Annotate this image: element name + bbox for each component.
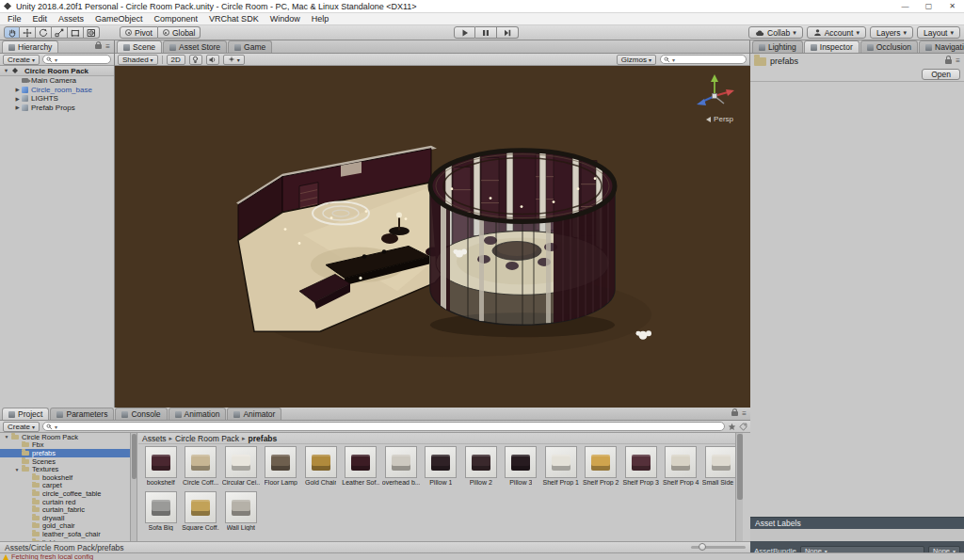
asset-item[interactable]: Pillow 2 xyxy=(461,446,501,491)
asset-item[interactable]: Floor Lamp xyxy=(262,446,301,491)
rect-tool-button[interactable] xyxy=(68,26,84,39)
scene-header-row[interactable]: ▼ Circle Room Pack xyxy=(0,66,114,76)
disclosure-arrow[interactable]: ▼ xyxy=(2,68,10,73)
hierarchy-item[interactable]: Circle_room_base xyxy=(0,86,114,95)
shading-mode-dropdown[interactable]: Shaded xyxy=(118,55,158,65)
menu-item[interactable]: Window xyxy=(265,14,306,24)
open-button[interactable]: Open xyxy=(922,69,960,80)
panel-menu-icon[interactable]: ≡ xyxy=(742,410,747,418)
label-icon[interactable] xyxy=(739,423,747,431)
hierarchy-item[interactable]: Main Camera xyxy=(0,76,114,86)
tree-scrollbar[interactable] xyxy=(131,433,137,541)
asset-item[interactable]: Shelf Prop 4 xyxy=(662,446,701,491)
project-tree-item[interactable]: curtain_fabric xyxy=(0,505,130,514)
project-tree-item[interactable]: bookshelf xyxy=(0,473,130,482)
asset-item[interactable]: Wall Light xyxy=(221,491,261,536)
zoom-slider-knob[interactable] xyxy=(699,543,706,551)
bottom-panel-tab[interactable]: Animation xyxy=(169,408,227,420)
scene-view-tab[interactable]: Asset Store xyxy=(163,40,227,53)
inspector-lock-icon[interactable] xyxy=(945,59,952,64)
global-toggle-button[interactable]: Global xyxy=(158,26,201,39)
scene-audio-toggle[interactable] xyxy=(206,55,219,65)
bottom-panel-tab[interactable]: Animator xyxy=(227,408,281,420)
asset-item[interactable]: bookshelf xyxy=(141,446,181,491)
lock-icon[interactable] xyxy=(95,44,102,49)
favorite-icon[interactable] xyxy=(728,423,736,431)
project-tree-item[interactable]: drywall xyxy=(0,514,130,522)
asset-item[interactable]: Leather Sof... xyxy=(342,446,381,491)
play-button[interactable] xyxy=(454,26,475,39)
search-filter-caret[interactable]: ▾ xyxy=(672,56,675,63)
menu-item[interactable]: Component xyxy=(149,14,204,24)
project-search-input[interactable]: ▾ xyxy=(42,422,725,431)
project-tree-item[interactable]: gold_chair xyxy=(0,522,130,531)
project-tree-item[interactable]: Textures xyxy=(0,465,130,473)
pause-button[interactable] xyxy=(475,26,497,39)
scene-effects-dropdown[interactable] xyxy=(223,55,245,65)
menu-item[interactable]: Assets xyxy=(53,14,89,24)
menu-item[interactable]: GameObject xyxy=(89,14,149,24)
disclosure-arrow[interactable] xyxy=(13,96,22,102)
2d-toggle-button[interactable]: 2D xyxy=(167,55,185,65)
hierarchy-create-button[interactable]: Create xyxy=(3,55,40,65)
gizmos-dropdown[interactable]: Gizmos xyxy=(617,55,656,65)
disclosure-arrow[interactable] xyxy=(13,104,22,110)
hand-tool-button[interactable] xyxy=(4,26,20,39)
scene-view-tab[interactable]: Scene xyxy=(117,40,162,53)
window-control-button[interactable]: ✕ xyxy=(940,0,964,12)
status-bar[interactable]: Fetching fresh local config xyxy=(0,552,964,560)
search-filter-caret[interactable]: ▾ xyxy=(55,424,57,430)
project-create-button[interactable]: Create xyxy=(3,422,40,432)
pivot-toggle-button[interactable]: Pivot xyxy=(120,26,158,39)
project-tree-item[interactable]: Scenes xyxy=(0,457,130,466)
project-tree-item[interactable]: Circle Room Pack xyxy=(0,433,130,441)
hierarchy-item[interactable]: LIGHTS xyxy=(0,94,114,104)
layout-dropdown[interactable]: Layout xyxy=(917,26,960,39)
menu-item[interactable]: VRChat SDK xyxy=(203,14,265,24)
scene-viewport[interactable]: Persp xyxy=(115,66,750,408)
rotate-tool-button[interactable] xyxy=(36,26,52,39)
menu-item[interactable]: File xyxy=(2,14,27,24)
disclosure-arrow[interactable] xyxy=(13,467,21,472)
scene-view-tab[interactable]: Game xyxy=(228,40,272,53)
orientation-gizmo[interactable] xyxy=(692,72,737,115)
grid-scrollbar[interactable] xyxy=(735,433,743,541)
asset-item[interactable]: Square Coff... xyxy=(182,491,221,536)
project-tree-item[interactable]: prefabs xyxy=(0,449,130,457)
account-dropdown[interactable]: Account xyxy=(807,26,866,39)
scene-lighting-toggle[interactable] xyxy=(189,55,202,65)
step-button[interactable] xyxy=(497,26,519,39)
move-tool-button[interactable] xyxy=(20,26,36,39)
collab-dropdown[interactable]: Collab xyxy=(748,26,803,39)
asset-item[interactable]: Shelf Prop 1 xyxy=(541,446,581,491)
projection-label[interactable]: Persp xyxy=(706,115,733,123)
project-tree-item[interactable]: curtain red xyxy=(0,498,130,506)
layers-dropdown[interactable]: Layers xyxy=(870,26,913,39)
lock-icon[interactable] xyxy=(731,411,738,416)
bottom-panel-tab[interactable]: Parameters xyxy=(50,408,114,420)
inspector-tab[interactable]: Inspector xyxy=(804,40,860,53)
menu-item[interactable]: Edit xyxy=(27,14,54,24)
project-tree-item[interactable]: carpet xyxy=(0,482,130,490)
project-tree-item[interactable]: Fbx xyxy=(0,441,130,450)
window-control-button[interactable]: — xyxy=(893,0,917,12)
scale-tool-button[interactable] xyxy=(52,26,68,39)
breadcrumb-item[interactable]: Circle Room Pack xyxy=(169,434,240,443)
asset-item[interactable]: Circular Cei... xyxy=(221,446,261,491)
hierarchy-item[interactable]: Prefab Props xyxy=(0,104,114,113)
asset-item[interactable]: Gold Chair xyxy=(301,446,341,491)
asset-item[interactable]: Shelf Prop 3 xyxy=(621,446,661,491)
disclosure-arrow[interactable] xyxy=(13,87,22,92)
asset-labels-header[interactable]: Asset Labels xyxy=(750,517,964,529)
inspector-tab[interactable]: Navigation xyxy=(919,40,964,53)
breadcrumb-item[interactable]: prefabs xyxy=(242,434,277,443)
asset-item[interactable]: Sofa Big xyxy=(141,491,181,536)
bottom-panel-tab[interactable]: Project xyxy=(2,408,49,420)
asset-item[interactable]: Circle Coff... xyxy=(182,446,221,491)
bottom-panel-tab[interactable]: Console xyxy=(115,408,167,420)
asset-item[interactable]: Pillow 3 xyxy=(502,446,541,491)
project-tree-item[interactable]: circle_coffee_table xyxy=(0,489,130,498)
menu-item[interactable]: Help xyxy=(306,14,335,24)
inspector-menu-icon[interactable]: ≡ xyxy=(956,57,960,65)
asset-item[interactable]: Shelf Prop 2 xyxy=(582,446,621,491)
